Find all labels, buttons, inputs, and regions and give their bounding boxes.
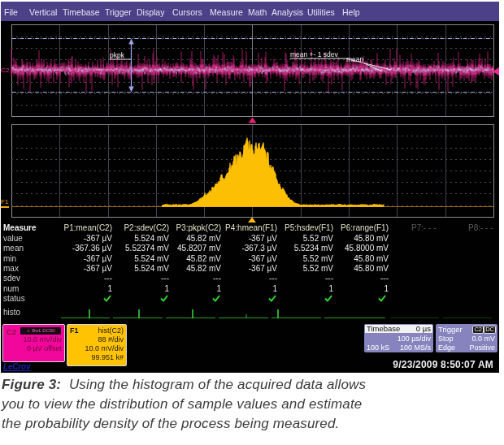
svg-text:pkpk: pkpk: [110, 51, 125, 59]
svg-text:F1: F1: [1, 198, 9, 205]
svg-text:mean +- 1 sdev: mean +- 1 sdev: [290, 50, 339, 58]
svg-text:C2: C2: [1, 67, 10, 74]
svg-text:mean: mean: [346, 55, 364, 63]
